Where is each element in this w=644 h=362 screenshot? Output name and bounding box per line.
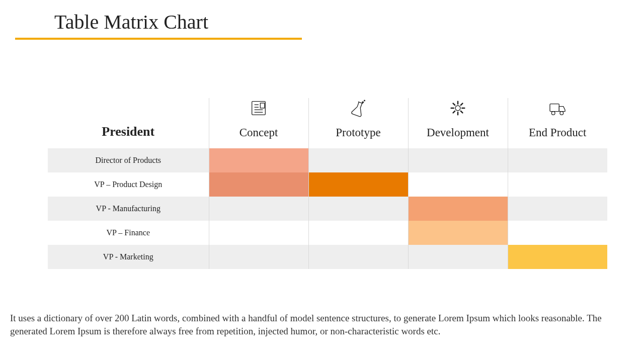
gear-icon <box>448 98 468 121</box>
row-label: VP – Finance <box>48 221 209 245</box>
table-row: VP - Manufacturing <box>48 197 607 221</box>
cell <box>508 197 607 221</box>
title-block: Table Matrix Chart <box>15 10 302 40</box>
col-label: End Product <box>529 126 586 139</box>
matrix-table: President Concept Prototype <box>48 98 607 269</box>
svg-point-11 <box>552 112 555 115</box>
table-row: VP – Finance <box>48 221 607 245</box>
cell <box>209 148 308 172</box>
svg-point-8 <box>364 100 365 101</box>
row-label: VP - Marketing <box>48 245 209 269</box>
table-row: Director of Products <box>48 148 607 172</box>
flask-icon <box>348 98 368 121</box>
cell <box>308 221 408 245</box>
cell <box>408 148 508 172</box>
cell <box>508 148 607 172</box>
row-header-title: President <box>48 98 209 148</box>
cell <box>209 172 308 197</box>
cell <box>209 197 308 221</box>
cell <box>308 148 408 172</box>
col-header-prototype: Prototype <box>308 98 408 148</box>
col-header-development: Development <box>408 98 508 148</box>
cell <box>508 245 607 269</box>
caption-text: It uses a dictionary of over 200 Latin w… <box>10 312 634 337</box>
page-title: Table Matrix Chart <box>15 10 302 38</box>
cell <box>408 172 508 197</box>
row-label: Director of Products <box>48 148 209 172</box>
col-label: Concept <box>239 126 278 139</box>
col-label: Development <box>427 126 489 139</box>
col-label: Prototype <box>336 126 380 139</box>
cell <box>508 172 607 197</box>
svg-point-7 <box>362 102 364 103</box>
cell <box>508 221 607 245</box>
cell <box>209 245 308 269</box>
cell <box>408 197 508 221</box>
svg-rect-5 <box>260 103 264 108</box>
cell <box>408 221 508 245</box>
svg-rect-10 <box>550 104 559 112</box>
cell <box>408 245 508 269</box>
svg-point-9 <box>455 106 460 111</box>
truck-icon <box>547 98 568 121</box>
row-label: VP – Product Design <box>48 172 209 197</box>
table-row: VP - Marketing <box>48 245 607 269</box>
title-underline <box>15 38 302 40</box>
table-row: VP – Product Design <box>48 172 607 197</box>
cell <box>209 221 308 245</box>
col-header-end-product: End Product <box>508 98 607 148</box>
cell <box>308 172 408 197</box>
cell <box>308 245 408 269</box>
row-label: VP - Manufacturing <box>48 197 209 221</box>
col-header-concept: Concept <box>209 98 308 148</box>
newspaper-icon <box>249 98 269 121</box>
cell <box>308 197 408 221</box>
svg-point-12 <box>560 112 564 115</box>
